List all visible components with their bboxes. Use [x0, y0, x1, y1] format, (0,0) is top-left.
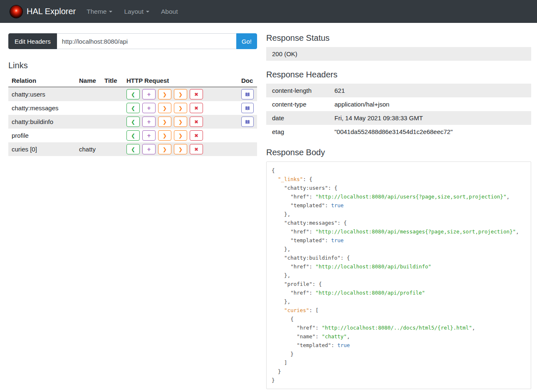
- navbar: HAL Explorer Theme Layout About: [0, 0, 537, 23]
- response-panel: Response Status 200 (OK) Response Header…: [266, 33, 531, 389]
- doc-cell: [238, 87, 257, 101]
- url-input[interactable]: [57, 33, 236, 49]
- response-header-value: application/hal+json: [329, 97, 531, 111]
- response-header-value: "0041da552488d86e31454d1c2e68eec72": [329, 125, 531, 139]
- link-title: [101, 101, 123, 115]
- caret-down-icon: [146, 11, 149, 12]
- http-post-button[interactable]: +: [142, 130, 156, 141]
- book-icon: [245, 105, 250, 111]
- http-request-cell: ❮+❯❯✖: [123, 115, 238, 129]
- link-row: curies [0]chatty❮+❯❯✖: [8, 142, 257, 156]
- response-headers-table: content-length621content-typeapplication…: [266, 84, 531, 139]
- doc-button[interactable]: [241, 103, 254, 113]
- doc-cell: [238, 115, 257, 129]
- link-relation: curies [0]: [8, 142, 76, 156]
- column-doc: Doc: [238, 74, 257, 87]
- response-header-name: date: [266, 111, 329, 125]
- nav-item-theme-label: Theme: [87, 8, 106, 15]
- book-icon: [245, 119, 250, 125]
- nav-item-about-label: About: [161, 8, 178, 15]
- http-put-button[interactable]: ❯: [158, 103, 171, 113]
- http-post-button[interactable]: +: [142, 117, 156, 127]
- link-row: chatty:users❮+❯❯✖: [8, 87, 257, 101]
- http-post-button[interactable]: +: [142, 103, 156, 113]
- nav-item-about[interactable]: About: [161, 8, 178, 15]
- response-header-row: content-length621: [266, 84, 531, 97]
- response-header-value: Fri, 14 May 2021 09:38:33 GMT: [329, 111, 531, 125]
- response-headers-heading: Response Headers: [266, 70, 531, 79]
- response-status-value: 200 (OK): [266, 47, 531, 61]
- http-patch-button[interactable]: ❯: [174, 117, 187, 127]
- response-header-value: 621: [329, 84, 531, 97]
- doc-cell: [238, 142, 257, 156]
- link-relation: chatty:messages: [8, 101, 76, 115]
- http-delete-button[interactable]: ✖: [190, 103, 203, 113]
- links-table-header-row: Relation Name Title HTTP Request Doc: [8, 74, 257, 87]
- http-get-button[interactable]: ❮: [126, 144, 140, 154]
- link-title: [101, 129, 123, 142]
- http-put-button[interactable]: ❯: [158, 144, 171, 154]
- caret-down-icon: [109, 11, 112, 12]
- http-post-button[interactable]: +: [142, 89, 156, 99]
- http-get-button[interactable]: ❮: [126, 130, 140, 141]
- http-get-button[interactable]: ❮: [126, 103, 140, 113]
- nav-item-theme[interactable]: Theme: [87, 8, 112, 15]
- http-get-button[interactable]: ❮: [126, 117, 140, 127]
- link-name: chatty: [76, 142, 101, 156]
- brand-link[interactable]: HAL Explorer: [10, 5, 76, 18]
- http-put-button[interactable]: ❯: [158, 117, 171, 127]
- http-delete-button[interactable]: ✖: [190, 144, 203, 154]
- link-name: [76, 129, 101, 142]
- go-button[interactable]: Go!: [236, 33, 257, 49]
- link-name: [76, 115, 101, 129]
- http-put-button[interactable]: ❯: [158, 130, 171, 141]
- link-relation: chatty:buildinfo: [8, 115, 76, 129]
- edit-headers-button[interactable]: Edit Headers: [8, 33, 57, 49]
- nav-item-layout-label: Layout: [124, 8, 144, 15]
- response-body: { "_links": { "chatty:users": { "href": …: [266, 161, 531, 389]
- response-header-name: content-type: [266, 97, 329, 111]
- doc-cell: [238, 129, 257, 142]
- column-name: Name: [76, 74, 101, 87]
- response-header-row: dateFri, 14 May 2021 09:38:33 GMT: [266, 111, 531, 125]
- response-status-heading: Response Status: [266, 33, 531, 43]
- http-delete-button[interactable]: ✖: [190, 89, 203, 99]
- http-put-button[interactable]: ❯: [158, 89, 171, 99]
- http-patch-button[interactable]: ❯: [174, 144, 187, 154]
- link-row: profile❮+❯❯✖: [8, 129, 257, 142]
- response-header-row: content-typeapplication/hal+json: [266, 97, 531, 111]
- http-delete-button[interactable]: ✖: [190, 130, 203, 141]
- doc-button[interactable]: [241, 89, 254, 99]
- column-title: Title: [101, 74, 123, 87]
- links-table: Relation Name Title HTTP Request Doc cha…: [8, 74, 257, 156]
- response-header-name: content-length: [266, 84, 329, 97]
- main-content: Edit Headers Go! Links Relation Name Tit…: [0, 23, 537, 392]
- links-panel: Edit Headers Go! Links Relation Name Tit…: [8, 33, 257, 156]
- http-patch-button[interactable]: ❯: [174, 130, 187, 141]
- nav-items: Theme Layout About: [87, 8, 178, 15]
- http-request-cell: ❮+❯❯✖: [123, 101, 238, 115]
- http-delete-button[interactable]: ✖: [190, 117, 203, 127]
- response-body-heading: Response Body: [266, 148, 531, 157]
- http-patch-button[interactable]: ❯: [174, 89, 187, 99]
- nav-item-layout[interactable]: Layout: [124, 8, 149, 15]
- hal-logo-icon: [10, 5, 22, 18]
- links-table-body: chatty:users❮+❯❯✖chatty:messages❮+❯❯✖cha…: [8, 87, 257, 156]
- http-get-button[interactable]: ❮: [126, 89, 140, 99]
- link-relation: profile: [8, 129, 76, 142]
- link-title: [101, 87, 123, 101]
- http-request-cell: ❮+❯❯✖: [123, 142, 238, 156]
- request-toolbar: Edit Headers Go!: [8, 33, 257, 49]
- link-name: [76, 87, 101, 101]
- http-request-cell: ❮+❯❯✖: [123, 87, 238, 101]
- response-header-name: etag: [266, 125, 329, 139]
- links-heading: Links: [8, 61, 257, 70]
- column-relation: Relation: [8, 74, 76, 87]
- http-post-button[interactable]: +: [142, 144, 156, 154]
- http-patch-button[interactable]: ❯: [174, 103, 187, 113]
- http-request-cell: ❮+❯❯✖: [123, 129, 238, 142]
- link-row: chatty:messages❮+❯❯✖: [8, 101, 257, 115]
- doc-button[interactable]: [241, 117, 254, 127]
- link-title: [101, 142, 123, 156]
- book-icon: [245, 91, 250, 97]
